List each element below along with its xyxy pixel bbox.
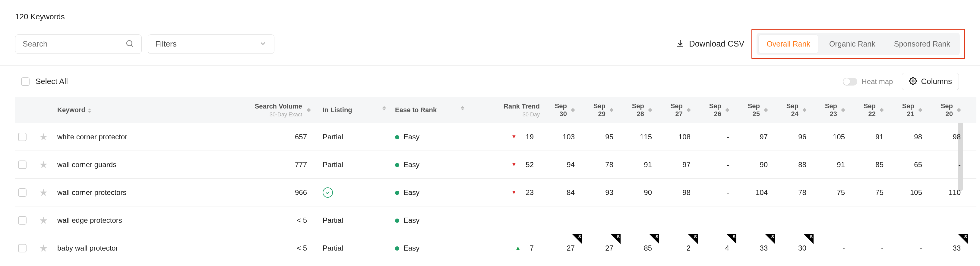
columns-button[interactable]: Columns bbox=[902, 73, 959, 90]
tab-overall-rank[interactable]: Overall Rank bbox=[758, 34, 818, 53]
heatmap-toggle[interactable] bbox=[843, 78, 857, 85]
rank-cell: 27 bbox=[543, 234, 581, 262]
rank-cell: 93 bbox=[581, 179, 620, 207]
col-date-22[interactable]: Sep22 bbox=[851, 97, 890, 123]
download-csv-button[interactable]: Download CSV bbox=[676, 39, 744, 49]
svg-point-2 bbox=[912, 80, 914, 82]
in-listing-cell: Partial bbox=[313, 151, 392, 179]
gear-icon bbox=[909, 77, 917, 86]
col-date-28[interactable]: Sep28 bbox=[620, 97, 659, 123]
rank-cell: 78 bbox=[774, 179, 813, 207]
star-icon[interactable]: ★ bbox=[39, 131, 48, 143]
keyword-cell: wall corner protectors bbox=[54, 179, 241, 207]
search-icon bbox=[125, 39, 134, 49]
rank-cell: 90 bbox=[736, 151, 774, 179]
rank-cell: 97 bbox=[659, 151, 697, 179]
col-search-volume[interactable]: Search Volume30-Day Exact bbox=[241, 97, 313, 123]
tab-organic-rank[interactable]: Organic Rank bbox=[821, 35, 883, 53]
star-icon[interactable]: ★ bbox=[39, 159, 48, 170]
rank-cell: - bbox=[890, 207, 929, 234]
rank-cell: - bbox=[659, 207, 697, 234]
in-listing-cell bbox=[313, 179, 392, 207]
rank-cell: 30 bbox=[774, 234, 813, 262]
row-checkbox[interactable] bbox=[18, 133, 27, 141]
rank-cell: 98 bbox=[890, 123, 929, 151]
rank-cell: - bbox=[697, 151, 736, 179]
row-checkbox[interactable] bbox=[18, 160, 27, 169]
row-checkbox[interactable] bbox=[18, 244, 27, 252]
rank-cell: 105 bbox=[813, 123, 851, 151]
tab-sponsored-rank[interactable]: Sponsored Rank bbox=[886, 35, 958, 53]
col-date-24[interactable]: Sep24 bbox=[774, 97, 813, 123]
rank-cell: 98 bbox=[659, 179, 697, 207]
rank-cell: 108 bbox=[659, 123, 697, 151]
keyword-cell: wall edge protectors bbox=[54, 207, 241, 234]
col-date-30[interactable]: Sep30 bbox=[543, 97, 581, 123]
col-date-29[interactable]: Sep29 bbox=[581, 97, 620, 123]
ease-dot-icon bbox=[395, 218, 399, 223]
rank-cell: 27 bbox=[581, 234, 620, 262]
search-volume-cell: 657 bbox=[241, 123, 313, 151]
star-icon[interactable]: ★ bbox=[39, 187, 48, 198]
rank-cell: 104 bbox=[736, 179, 774, 207]
trend-cell: ▼52 bbox=[470, 151, 543, 179]
heatmap-label: Heat map bbox=[862, 77, 893, 86]
in-listing-cell: Partial bbox=[313, 234, 392, 262]
keyword-cell: baby wall protector bbox=[54, 234, 241, 262]
row-checkbox[interactable] bbox=[18, 216, 27, 224]
ease-cell: Easy bbox=[392, 151, 470, 179]
table-row: ★wall edge protectors< 5PartialEasy-----… bbox=[15, 207, 976, 234]
rank-cell: 75 bbox=[851, 179, 890, 207]
rank-cell: 85 bbox=[620, 234, 659, 262]
rank-cell: - bbox=[929, 151, 967, 179]
filters-dropdown[interactable]: Filters bbox=[148, 34, 274, 54]
rank-cell: - bbox=[929, 207, 967, 234]
col-date-20[interactable]: Sep20 bbox=[929, 97, 967, 123]
col-date-27[interactable]: Sep27 bbox=[659, 97, 697, 123]
rank-cell: - bbox=[813, 234, 851, 262]
col-trend[interactable]: Rank Trend30 Day bbox=[470, 97, 543, 123]
star-icon[interactable]: ★ bbox=[39, 243, 48, 253]
rank-cell: 103 bbox=[543, 123, 581, 151]
trend-cell: - bbox=[470, 207, 543, 234]
row-checkbox[interactable] bbox=[18, 188, 27, 197]
col-date-26[interactable]: Sep26 bbox=[697, 97, 736, 123]
rank-cell: 98 bbox=[929, 123, 967, 151]
trend-cell: ▼23 bbox=[470, 179, 543, 207]
col-ease[interactable]: Ease to Rank bbox=[392, 97, 470, 123]
rank-cell: 91 bbox=[851, 123, 890, 151]
sponsored-badge-icon bbox=[572, 234, 582, 244]
table-row: ★wall corner guards777PartialEasy▼529478… bbox=[15, 151, 976, 179]
col-date-21[interactable]: Sep21 bbox=[890, 97, 929, 123]
rank-cell: 95 bbox=[581, 123, 620, 151]
star-icon[interactable]: ★ bbox=[39, 215, 48, 226]
in-listing-cell: Partial bbox=[313, 123, 392, 151]
ease-cell: Easy bbox=[392, 234, 470, 262]
table-row: ★wall corner protectors966Easy▼238493909… bbox=[15, 179, 976, 207]
select-all-checkbox[interactable] bbox=[21, 77, 30, 86]
rank-cell: - bbox=[851, 234, 890, 262]
download-icon bbox=[676, 39, 685, 49]
rank-cell: - bbox=[697, 179, 736, 207]
svg-line-1 bbox=[132, 45, 133, 47]
ease-cell: Easy bbox=[392, 123, 470, 151]
rank-cell: 75 bbox=[813, 179, 851, 207]
search-input[interactable] bbox=[22, 39, 125, 49]
rank-cell: 91 bbox=[813, 151, 851, 179]
rank-cell: - bbox=[774, 207, 813, 234]
table-row: ★white corner protector657PartialEasy▼19… bbox=[15, 123, 976, 151]
table-row: ★baby wall protector< 5PartialEasy▲72727… bbox=[15, 234, 976, 262]
search-box[interactable] bbox=[15, 34, 142, 54]
rank-cell: 90 bbox=[620, 179, 659, 207]
col-date-25[interactable]: Sep25 bbox=[736, 97, 774, 123]
trend-up-icon: ▲ bbox=[515, 245, 521, 251]
rank-tabs-highlight: Overall Rank Organic Rank Sponsored Rank bbox=[751, 29, 965, 59]
col-in-listing[interactable]: In Listing bbox=[313, 97, 392, 123]
col-keyword[interactable]: Keyword bbox=[54, 97, 241, 123]
rank-cell: 115 bbox=[620, 123, 659, 151]
trend-cell: ▲7 bbox=[470, 234, 543, 262]
col-date-23[interactable]: Sep23 bbox=[813, 97, 851, 123]
search-volume-cell: < 5 bbox=[241, 234, 313, 262]
rank-cell: - bbox=[543, 207, 581, 234]
sponsored-badge-icon bbox=[803, 234, 813, 244]
